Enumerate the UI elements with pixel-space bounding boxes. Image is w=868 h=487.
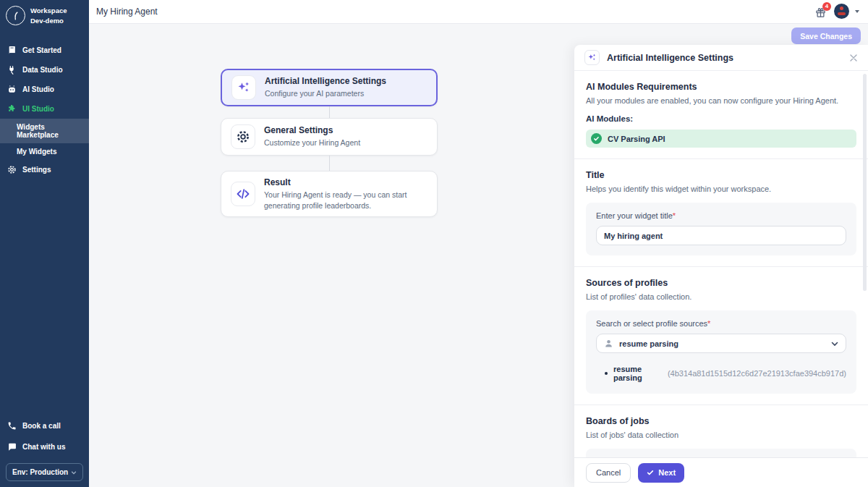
- sources-section-description: List of profiles' data collection.: [586, 292, 856, 301]
- modules-section-heading: AI Modules Requirements: [586, 82, 856, 92]
- step-connector: [329, 106, 330, 118]
- step-text: Artificial Intelligence Settings Configu…: [265, 76, 386, 98]
- gifts-button[interactable]: 4: [815, 4, 828, 19]
- environment-selector[interactable]: Env: Production: [6, 463, 83, 481]
- person-icon: [604, 339, 613, 348]
- section-divider: [574, 158, 868, 159]
- selected-source-item: resume parsing (4b314a81d1515d12c6d27e21…: [605, 365, 846, 382]
- close-panel-button[interactable]: [849, 54, 858, 62]
- environment-label: Env: Production: [12, 468, 68, 476]
- next-button-label: Next: [658, 468, 676, 477]
- sidebar-item-label: Settings: [22, 166, 51, 174]
- required-asterisk: *: [707, 319, 710, 328]
- module-status-banner: CV Parsing API: [586, 130, 856, 148]
- step-title: Result: [264, 177, 427, 187]
- workspace-switcher[interactable]: Workspace Dev-demo: [0, 0, 89, 33]
- step-subtitle: Customize your Hiring Agent: [264, 137, 360, 148]
- module-name: CV Parsing API: [608, 135, 665, 143]
- puzzle-icon: [7, 104, 17, 114]
- step-connector: [329, 156, 330, 171]
- panel-title: Artificial Intelligence Settings: [607, 53, 733, 63]
- sidebar-item-get-started[interactable]: Get Started: [0, 41, 89, 60]
- panel-scrollbar[interactable]: [863, 74, 867, 291]
- page-title: My Hiring Agent: [96, 7, 158, 17]
- step-card-general-settings[interactable]: General Settings Customize your Hiring A…: [221, 118, 438, 156]
- gear-icon: [236, 130, 250, 144]
- step-icon-box: [231, 75, 256, 100]
- profile-sources-select[interactable]: resume parsing: [596, 334, 846, 353]
- profile-sources-value: resume parsing: [619, 339, 678, 348]
- sidebar: Workspace Dev-demo Get Started Data Stud…: [0, 0, 89, 487]
- sidebar-item-widgets-marketplace[interactable]: Widgets Marketplace: [0, 119, 89, 143]
- sidebar-footer: Book a call Chat with us Env: Production: [0, 415, 89, 487]
- modules-section-description: All your modules are enabled, you can no…: [586, 96, 856, 105]
- panel-footer: Cancel Next: [574, 457, 868, 487]
- top-header: My Hiring Agent 4: [89, 0, 868, 24]
- notification-badge: 4: [822, 2, 831, 11]
- widget-title-label: Enter your widget title*: [596, 211, 846, 220]
- section-divider: [574, 405, 868, 405]
- sidebar-item-label: AI Studio: [22, 85, 54, 93]
- boards-section-heading: Boards of jobs: [586, 416, 856, 426]
- step-subtitle: Your Hiring Agent is ready — you can sta…: [264, 190, 427, 210]
- step-icon-box: [231, 182, 255, 206]
- boards-section-description: List of jobs' data collection: [586, 431, 856, 439]
- step-title: Artificial Intelligence Settings: [265, 76, 386, 86]
- gear-icon: [7, 165, 17, 174]
- phone-icon: [7, 421, 17, 431]
- sidebar-nav: Get Started Data Studio AI Studio UI Stu…: [0, 41, 89, 179]
- workspace-name: Dev-demo: [30, 16, 67, 26]
- panel-icon-box: [584, 50, 600, 65]
- save-changes-button[interactable]: Save Changes: [791, 27, 861, 44]
- sidebar-item-label: Widgets Marketplace: [17, 123, 82, 139]
- book-a-call-button[interactable]: Book a call: [0, 415, 89, 436]
- book-icon: [7, 46, 17, 55]
- workspace-text: Workspace Dev-demo: [30, 6, 67, 26]
- step-icon-box: [231, 124, 255, 149]
- chevron-down-icon: [831, 340, 838, 347]
- chat-icon: [7, 442, 17, 452]
- sidebar-item-label: Book a call: [22, 422, 61, 430]
- settings-panel: Artificial Intelligence Settings AI Modu…: [574, 45, 868, 487]
- robot-icon: [7, 85, 17, 94]
- account-menu-chevron-icon[interactable]: [855, 10, 859, 13]
- step-subtitle: Configure your AI parameters: [265, 88, 386, 98]
- bullet-icon: [605, 372, 608, 375]
- next-button[interactable]: Next: [638, 463, 684, 483]
- workspace-logo-icon: [6, 6, 25, 25]
- sidebar-item-my-widgets[interactable]: My Widgets: [0, 143, 89, 160]
- plug-icon: [7, 65, 17, 75]
- profile-sources-label: Search or select profile sources*: [596, 319, 846, 328]
- step-card-ai-settings[interactable]: Artificial Intelligence Settings Configu…: [221, 69, 438, 106]
- boards-field-panel: Search or select job boards* excel excel: [586, 449, 856, 457]
- title-section-description: Helps you identify this widget within yo…: [586, 185, 856, 193]
- step-text: Result Your Hiring Agent is ready — you …: [264, 177, 427, 210]
- code-icon: [236, 187, 250, 201]
- check-circle-icon: [591, 133, 602, 144]
- title-field-panel: Enter your widget title*: [586, 203, 856, 255]
- source-name: resume parsing: [613, 365, 662, 382]
- sidebar-item-ui-studio[interactable]: UI Studio: [0, 99, 89, 119]
- widget-title-input[interactable]: [596, 226, 846, 245]
- app-window: Workspace Dev-demo Get Started Data Stud…: [0, 0, 868, 487]
- step-text: General Settings Customize your Hiring A…: [264, 125, 360, 148]
- step-card-result[interactable]: Result Your Hiring Agent is ready — you …: [221, 171, 438, 217]
- sparkles-icon: [587, 53, 597, 62]
- chat-with-us-button[interactable]: Chat with us: [0, 436, 89, 457]
- sidebar-item-settings[interactable]: Settings: [0, 160, 89, 179]
- source-id: (4b314a81d1515d12c6d27e21913cfae394cb917…: [668, 369, 846, 378]
- avatar[interactable]: [834, 4, 849, 19]
- sources-section-heading: Sources of profiles: [586, 278, 856, 288]
- check-icon: [647, 469, 654, 476]
- panel-body: AI Modules Requirements All your modules…: [574, 72, 868, 457]
- panel-header: Artificial Intelligence Settings: [574, 45, 868, 71]
- required-asterisk: *: [673, 211, 676, 220]
- sidebar-item-label: UI Studio: [22, 105, 54, 113]
- chevron-down-icon: [71, 470, 77, 475]
- close-icon: [849, 54, 858, 62]
- cancel-button[interactable]: Cancel: [586, 463, 631, 483]
- modules-label: AI Modules:: [586, 114, 856, 123]
- sidebar-item-ai-studio[interactable]: AI Studio: [0, 80, 89, 99]
- workspace-label: Workspace: [30, 6, 67, 16]
- sidebar-item-data-studio[interactable]: Data Studio: [0, 60, 89, 80]
